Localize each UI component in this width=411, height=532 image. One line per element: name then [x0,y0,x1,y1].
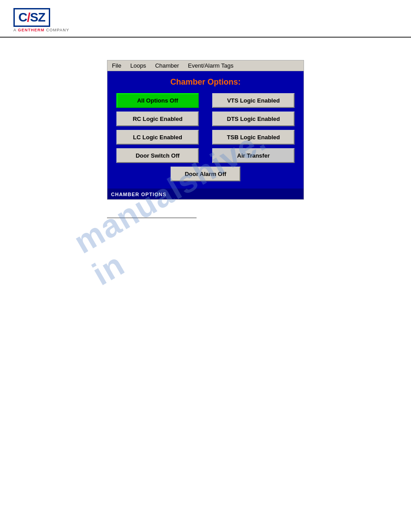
menu-bar: File Loops Chamber Event/Alarm Tags [107,60,304,71]
door-alarm-row: Door Alarm Off [116,167,295,181]
header: C/SZ A GENTHERM COMPANY [0,0,411,37]
logo-text: C/SZ [18,11,45,24]
btn-dts-logic-enabled[interactable]: DTS Logic Enabled [212,112,295,126]
menu-item-chamber[interactable]: Chamber [153,62,180,69]
logo-sub: A GENTHERM COMPANY [13,28,69,32]
logo-box: C/SZ [13,8,50,27]
logo-wrapper: C/SZ A GENTHERM COMPANY [13,8,69,32]
button-grid: All Options Off VTS Logic Enabled RC Log… [116,93,295,163]
menu-item-file[interactable]: File [110,62,123,69]
status-bar: CHAMBER OPTIONS [107,189,304,199]
screenshot-container: File Loops Chamber Event/Alarm Tags Cham… [107,60,304,200]
btn-door-switch-off[interactable]: Door Switch Off [116,148,199,163]
btn-air-transfer[interactable]: Air Transfer [212,148,295,163]
btn-door-alarm-off[interactable]: Door Alarm Off [171,167,241,181]
btn-rc-logic-enabled[interactable]: RC Logic Enabled [116,112,199,126]
status-text: CHAMBER OPTIONS [111,192,167,197]
btn-vts-logic-enabled[interactable]: VTS Logic Enabled [212,93,295,108]
btn-tsb-logic-enabled[interactable]: TSB Logic Enabled [212,130,295,145]
chamber-title: Chamber Options: [116,77,295,87]
btn-all-options-off[interactable]: All Options Off [116,93,199,108]
menu-item-event-alarm-tags[interactable]: Event/Alarm Tags [186,62,235,69]
btn-lc-logic-enabled[interactable]: LC Logic Enabled [116,130,199,145]
chamber-panel: Chamber Options: All Options Off VTS Log… [107,71,304,189]
underline-line [107,218,197,218]
main-content: File Loops Chamber Event/Alarm Tags Cham… [0,38,411,232]
menu-item-loops[interactable]: Loops [128,62,148,69]
underline-section [107,218,304,218]
